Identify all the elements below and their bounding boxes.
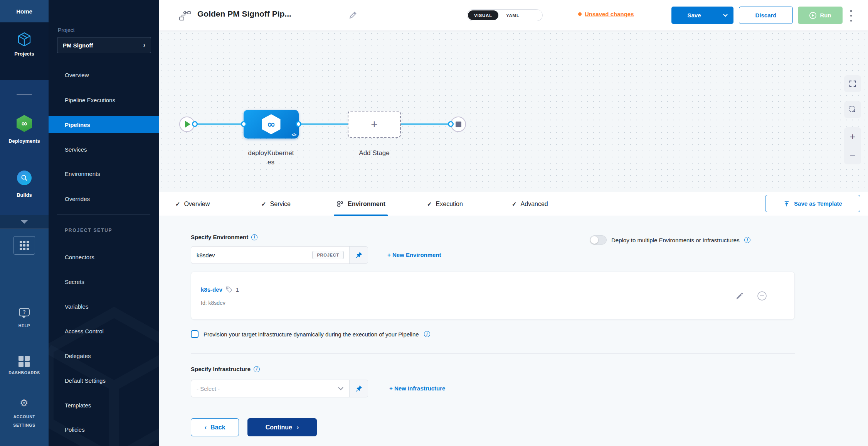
specify-environment-label: Specify Environment i: [191, 234, 257, 240]
mode-yaml-button[interactable]: YAML: [499, 13, 527, 18]
code-badge-icon: </>: [292, 133, 296, 137]
gear-icon[interactable]: ⚙: [20, 398, 28, 408]
multi-select-button[interactable]: [844, 101, 861, 118]
add-stage-button[interactable]: +: [348, 111, 401, 138]
upload-icon: [783, 200, 790, 207]
pin-infrastructure-button[interactable]: [349, 380, 368, 397]
info-icon[interactable]: i: [251, 234, 257, 240]
pin-icon: [355, 385, 363, 392]
environment-card: k8s-dev 1 Id: k8sdev: [191, 272, 795, 319]
sidebar-item-environments[interactable]: Environments: [49, 165, 159, 182]
fullscreen-icon: [848, 79, 857, 88]
new-infrastructure-link[interactable]: + New Infrastructure: [389, 385, 445, 392]
environment-input-group: k8sdev PROJECT: [191, 246, 368, 264]
multi-deploy-toggle[interactable]: [590, 235, 607, 245]
provision-checkbox[interactable]: [191, 330, 198, 338]
tag-count: 1: [236, 287, 239, 293]
chevron-left-icon: ‹: [205, 424, 207, 431]
environment-select-input[interactable]: k8sdev PROJECT: [191, 247, 349, 264]
discard-button[interactable]: Discard: [739, 7, 793, 24]
scope-badge: PROJECT: [312, 251, 344, 259]
grid-icon: [20, 241, 29, 250]
sidebar-item-label: Overview: [65, 72, 89, 78]
nav-dashboards-label[interactable]: DASHBOARDS: [0, 370, 49, 375]
nav-rail: Home Projects ∞ Deployments Builds ? HEL…: [0, 0, 49, 446]
zoom-out-button[interactable]: −: [844, 146, 861, 164]
environment-value: k8sdev: [197, 252, 215, 258]
save-options-button[interactable]: [717, 7, 733, 24]
add-stage-text: Add Stage: [347, 147, 401, 159]
sidebar-item-pipeline-executions[interactable]: Pipeline Executions: [49, 91, 159, 108]
tab-service[interactable]: ✓ Service: [261, 192, 291, 216]
sidebar-item-overrides[interactable]: Overrides: [49, 190, 159, 207]
info-icon[interactable]: i: [424, 331, 430, 337]
save-as-template-button[interactable]: Save as Template: [765, 195, 860, 212]
tab-label: Environment: [348, 201, 385, 208]
sidebar-item-connectors[interactable]: Connectors: [49, 248, 159, 265]
pin-environment-button[interactable]: [349, 247, 368, 264]
info-icon[interactable]: i: [254, 366, 260, 372]
sidebar-item-overview[interactable]: Overview: [49, 66, 159, 83]
builds-icon[interactable]: [17, 171, 32, 185]
dashboards-icon[interactable]: [19, 356, 30, 367]
module-selector-button[interactable]: [13, 236, 35, 255]
fit-to-screen-button[interactable]: [844, 75, 861, 92]
stage-name-label[interactable]: deployKubernet es: [236, 147, 306, 169]
environment-panel: Specify Environment i k8sdev PROJECT + N…: [159, 216, 868, 446]
tab-advanced[interactable]: ✓ Advanced: [512, 192, 548, 216]
add-stage-label[interactable]: Add Stage: [347, 147, 401, 159]
cd-stage-icon: ∞: [262, 114, 281, 134]
infrastructure-select[interactable]: - Select -: [191, 380, 349, 397]
project-selector[interactable]: PM Signoff ›: [57, 37, 151, 53]
sidebar-item-label: Pipelines: [65, 122, 90, 128]
specify-infrastructure-label: Specify Infrastructure i: [191, 366, 260, 372]
save-button[interactable]: Save: [671, 7, 717, 24]
sidebar-item-delegates[interactable]: Delegates: [49, 347, 159, 364]
nav-builds-label[interactable]: Builds: [0, 192, 49, 198]
info-icon[interactable]: i: [744, 237, 750, 243]
rail-collapse[interactable]: [0, 215, 49, 229]
run-label: Run: [820, 12, 831, 19]
sidebar-item-policies[interactable]: Policies: [49, 421, 159, 438]
back-button[interactable]: ‹ Back: [191, 418, 239, 436]
continue-button[interactable]: Continue ›: [247, 418, 317, 436]
nav-projects[interactable]: Projects: [0, 22, 49, 80]
sidebar-item-variables[interactable]: Variables: [49, 298, 159, 315]
sidebar-item-default-settings[interactable]: Default Settings: [49, 372, 159, 389]
nav-home-label: Home: [16, 8, 32, 15]
new-environment-link[interactable]: + New Environment: [387, 252, 441, 258]
nav-home[interactable]: Home: [0, 0, 49, 22]
nav-account-label-1[interactable]: ACCOUNT: [0, 414, 49, 419]
chevron-down-icon: [21, 220, 28, 224]
help-icon[interactable]: ?: [19, 308, 30, 316]
pipeline-edge: [195, 123, 244, 125]
stage-node-deploy[interactable]: ∞ </>: [244, 110, 299, 139]
sidebar-item-services[interactable]: Services: [49, 141, 159, 158]
mode-visual-button[interactable]: VISUAL: [468, 10, 498, 20]
more-options-icon[interactable]: [849, 10, 853, 22]
edit-environment-pencil-icon[interactable]: [735, 292, 744, 300]
edit-title-pencil-icon[interactable]: [348, 10, 358, 20]
environment-name-link[interactable]: k8s-dev: [201, 286, 222, 293]
marquee-select-icon: [848, 105, 857, 114]
sidebar-item-access-control[interactable]: Access Control: [49, 323, 159, 340]
tab-label: Overview: [184, 201, 210, 208]
zoom-in-button[interactable]: +: [844, 127, 861, 146]
run-button[interactable]: Run: [798, 7, 843, 24]
nav-deployments-label[interactable]: Deployments: [0, 138, 49, 144]
sidebar-item-pipelines[interactable]: Pipelines: [49, 116, 159, 133]
unsaved-changes[interactable]: Unsaved changes: [578, 11, 634, 17]
sidebar-item-label: Policies: [65, 426, 85, 433]
sidebar-item-secrets[interactable]: Secrets: [49, 273, 159, 290]
tag-icon: [225, 286, 233, 293]
sidebar-item-templates[interactable]: Templates: [49, 397, 159, 414]
tab-execution[interactable]: ✓ Execution: [427, 192, 463, 216]
nav-account-label-2[interactable]: SETTINGS: [0, 423, 49, 427]
tab-environment[interactable]: Environment: [336, 192, 385, 216]
tab-overview[interactable]: ✓ Overview: [175, 192, 210, 216]
dashboard-grid-icon: [19, 356, 30, 367]
nav-help-label[interactable]: HELP: [0, 323, 49, 328]
stage-left-port: [241, 121, 247, 127]
remove-environment-icon[interactable]: [757, 291, 767, 301]
pipeline-canvas[interactable]: ∞ </> + deployKubernet es Add Stage + −: [159, 30, 868, 192]
